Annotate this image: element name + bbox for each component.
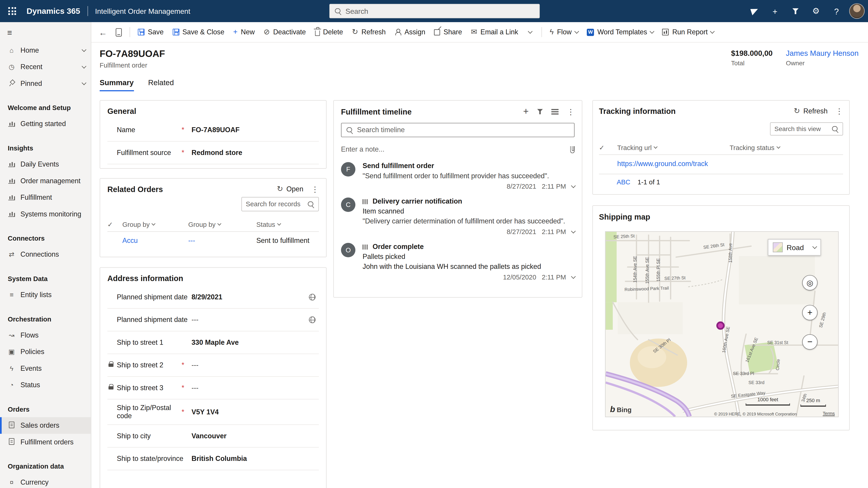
field-ship-to-street-1[interactable]: Ship to street 1 330 Maple Ave xyxy=(107,331,319,354)
settings-gear-icon[interactable]: ⚙ xyxy=(808,3,824,19)
filter-icon[interactable] xyxy=(788,3,803,19)
column-group-by-1[interactable]: Group by xyxy=(122,221,188,228)
tracking-url-link[interactable]: https://www.ground.com/track xyxy=(617,160,708,168)
feedback-icon[interactable] xyxy=(747,3,763,19)
field-ship-to-city[interactable]: Ship to city Vancouver xyxy=(107,425,319,448)
select-all-checkmark-icon[interactable]: ✓ xyxy=(107,221,122,228)
column-status[interactable]: Status xyxy=(256,221,319,228)
chevron-down-icon[interactable] xyxy=(82,80,86,85)
column-tracking-status[interactable]: Tracking status xyxy=(730,144,843,151)
column-group-by-2[interactable]: Group by xyxy=(188,221,256,228)
field-value[interactable]: Redmond store xyxy=(191,149,242,157)
map-canvas[interactable]: SE 25th StSE 26th St158th Ave154th Ave S… xyxy=(605,231,839,417)
word-templates-button[interactable]: Word Templates xyxy=(583,24,657,40)
related-order-ref[interactable]: --- xyxy=(188,237,256,245)
related-orders-search[interactable] xyxy=(241,197,319,212)
global-search-input[interactable] xyxy=(345,7,535,15)
map-terms-link[interactable]: Terms xyxy=(823,411,835,416)
tracking-search-input[interactable] xyxy=(774,126,828,132)
field-value[interactable]: 330 Maple Ave xyxy=(191,339,239,346)
zoom-out-button[interactable]: − xyxy=(802,334,818,350)
sidebar-item-pinned[interactable]: Pinned xyxy=(0,75,91,92)
deactivate-button[interactable]: ⊘Deactivate xyxy=(260,24,310,40)
note-input[interactable] xyxy=(341,145,570,153)
field-value[interactable]: 8/29/2021 xyxy=(191,293,222,301)
field-value[interactable]: --- xyxy=(191,384,198,392)
timeline-search-input[interactable] xyxy=(357,126,569,134)
owner-link[interactable]: James Maury Henson xyxy=(786,49,859,58)
tracking-row[interactable]: https://www.ground.com/track xyxy=(599,155,843,173)
tab-summary[interactable]: Summary xyxy=(100,78,134,91)
new-button[interactable]: +New xyxy=(229,24,258,40)
timeline-sort-icon[interactable] xyxy=(551,108,559,115)
help-icon[interactable]: ? xyxy=(829,3,844,19)
email-link-button[interactable]: ✉Email a Link xyxy=(467,24,522,40)
run-report-button[interactable]: Run Report xyxy=(658,24,718,40)
brand-dynamics365[interactable]: Dynamics 365 xyxy=(27,6,80,15)
sidebar-item-policies[interactable]: ▣ Policies xyxy=(0,344,91,360)
tab-related[interactable]: Related xyxy=(148,78,174,91)
zoom-in-button[interactable]: + xyxy=(802,305,818,320)
map-location-marker[interactable] xyxy=(716,322,725,330)
field-planned-shipment-date-1[interactable]: Planned shipment date 8/29/2021 xyxy=(107,286,319,308)
flow-button[interactable]: ϟFlow xyxy=(546,24,582,40)
sidebar-item-fulfillment[interactable]: Fulfillment xyxy=(0,189,91,206)
chevron-down-icon[interactable] xyxy=(82,47,86,52)
form-selector-icon[interactable] xyxy=(111,24,126,40)
tracking-search-box[interactable] xyxy=(770,122,843,135)
field-ship-to-street-3[interactable]: Ship to street 3 * --- xyxy=(107,377,319,399)
sidebar-item-systems-monitoring[interactable]: Systems monitoring xyxy=(0,206,91,222)
user-avatar[interactable] xyxy=(849,3,865,19)
overflow-chevron-button[interactable] xyxy=(523,24,537,40)
field-value[interactable]: Vancouver xyxy=(191,432,226,440)
map-style-selector[interactable]: Road xyxy=(768,239,821,256)
field-value[interactable]: --- xyxy=(191,361,198,369)
field-ship-to-street-2[interactable]: Ship to street 2 * --- xyxy=(107,354,319,377)
field-value[interactable]: --- xyxy=(191,316,198,324)
jump-bar[interactable]: ABC xyxy=(617,178,630,186)
timeline-search-box[interactable] xyxy=(341,123,575,137)
paperclip-icon[interactable] xyxy=(570,146,575,153)
related-order-link[interactable]: Accu xyxy=(122,237,188,245)
delete-button[interactable]: Delete xyxy=(311,24,347,40)
global-search-box[interactable] xyxy=(329,4,540,18)
field-value[interactable]: V5Y 1V4 xyxy=(191,408,219,416)
back-button[interactable]: ← xyxy=(96,24,110,40)
locate-me-button[interactable]: ◎ xyxy=(802,275,818,291)
save-and-close-button[interactable]: Save & Close xyxy=(168,24,228,40)
app-name[interactable]: Intelligent Order Management xyxy=(95,7,190,15)
quick-create-icon[interactable]: + xyxy=(767,3,783,19)
sidebar-item-daily-events[interactable]: Daily Events xyxy=(0,156,91,173)
field-ship-to-zip[interactable]: Ship to Zip/Postal code * V5Y 1V4 xyxy=(107,399,319,425)
sidebar-item-status[interactable]: ◔ Status xyxy=(0,377,91,393)
hamburger-menu-button[interactable]: ≡ xyxy=(0,22,91,42)
more-commands-icon[interactable]: ⋮ xyxy=(835,107,843,115)
field-value[interactable]: FO-7A89UOAF xyxy=(191,126,240,134)
select-all-checkmark-icon[interactable]: ✓ xyxy=(599,144,617,151)
chevron-down-icon[interactable] xyxy=(82,64,86,68)
share-button[interactable]: Share xyxy=(430,24,466,40)
sidebar-item-fulfillment-orders[interactable]: Fulfillment orders xyxy=(0,434,91,450)
tracking-refresh-button[interactable]: ↻ Refresh xyxy=(794,107,828,115)
sidebar-item-currency[interactable]: ¤ Currency xyxy=(0,474,91,488)
field-fulfillment-source[interactable]: Fulfillment source * Redmond store xyxy=(107,142,319,164)
sidebar-item-flows[interactable]: ↝ Flows xyxy=(0,327,91,344)
open-records-button[interactable]: ↻ Open xyxy=(277,185,303,193)
timeline-note-row[interactable] xyxy=(341,143,575,156)
sidebar-item-order-management[interactable]: Order management xyxy=(0,173,91,189)
sidebar-item-home[interactable]: ⌂ Home xyxy=(0,42,91,59)
sidebar-item-events[interactable]: ϟ Events xyxy=(0,360,91,377)
more-commands-icon[interactable]: ⋮ xyxy=(311,185,319,193)
assign-button[interactable]: Assign xyxy=(391,24,429,40)
expand-chevron-icon[interactable] xyxy=(571,184,575,188)
sidebar-item-connections[interactable]: ⇄ Connections xyxy=(0,246,91,263)
field-planned-shipment-date-2[interactable]: Planned shipment date --- xyxy=(107,309,319,331)
related-order-row[interactable]: Accu --- Sent to fulfillment xyxy=(107,232,319,250)
sidebar-item-sales-orders[interactable]: Sales orders xyxy=(0,417,91,434)
refresh-button[interactable]: ↻Refresh xyxy=(348,24,390,40)
sidebar-item-entity-lists[interactable]: ≡ Entity lists xyxy=(0,287,91,303)
app-launcher-button[interactable] xyxy=(0,0,24,22)
field-ship-to-state[interactable]: Ship to state/province British Columbia xyxy=(107,448,319,470)
related-orders-search-input[interactable] xyxy=(246,200,304,208)
timeline-filter-icon[interactable] xyxy=(537,109,543,114)
